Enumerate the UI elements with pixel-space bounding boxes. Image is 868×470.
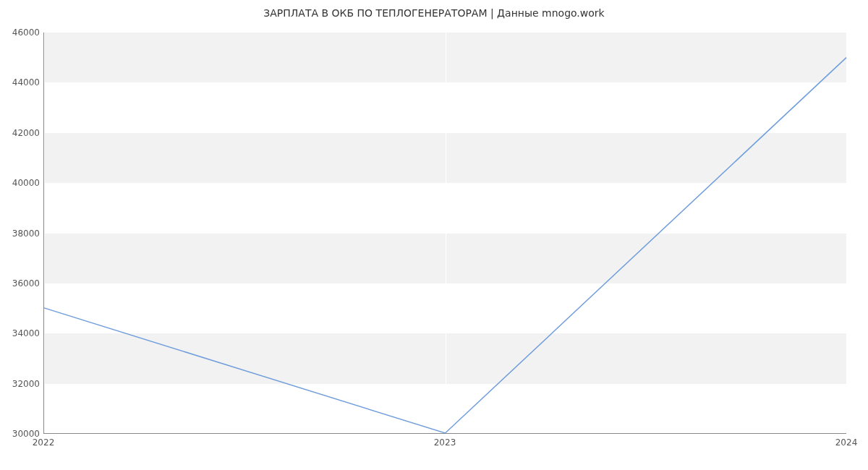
chart-title: ЗАРПЛАТА В ОКБ ПО ТЕПЛОГЕНЕРАТОРАМ | Дан… [0,7,868,19]
y-tick-label: 34000 [4,328,40,338]
line-series [44,33,846,433]
y-tick-label: 36000 [4,278,40,289]
plot-area [43,33,846,434]
x-tick-label: 2024 [835,437,858,448]
y-tick-label: 44000 [4,77,40,87]
y-tick-label: 42000 [4,128,40,138]
y-tick-label: 32000 [4,379,40,389]
y-tick-label: 40000 [4,178,40,188]
grid-line-vertical [847,33,848,433]
y-tick-label: 38000 [4,228,40,239]
y-tick-label: 46000 [4,27,40,38]
chart-container: 3000032000340003600038000400004200044000… [0,25,868,459]
x-tick-label: 2023 [434,437,456,448]
x-tick-label: 2022 [33,437,55,448]
